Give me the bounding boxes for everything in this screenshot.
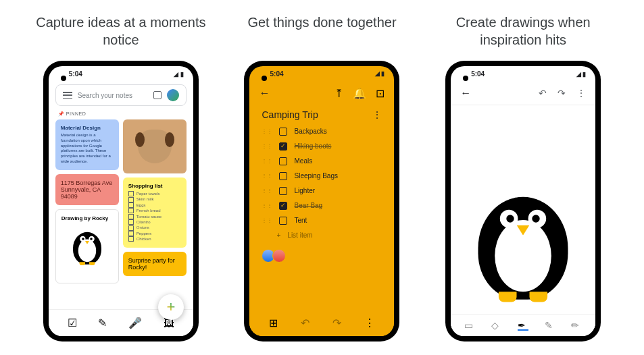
checkbox[interactable] xyxy=(279,217,287,225)
note-title[interactable]: Camping Trip xyxy=(262,109,318,120)
checkbox[interactable] xyxy=(279,128,287,136)
checkbox-icon[interactable]: ☑ xyxy=(68,317,77,329)
highlighter-tool[interactable]: ✏ xyxy=(571,320,582,331)
phone-mockup-3: 5:04 ◢ ▮ ← ↶ ↷ ⋮ ▭ xyxy=(445,61,601,342)
checklist-item[interactable]: ⋮⋮Lighter xyxy=(259,184,385,198)
status-bar: 5:04 ◢ ▮ xyxy=(49,66,193,82)
feature-column-1: Capture ideas at a moments notice 5:04 ◢… xyxy=(26,13,216,342)
checklist-item-label: Backpacks xyxy=(294,128,326,135)
status-icons: ◢ ▮ xyxy=(576,71,587,78)
shopping-item[interactable]: Paper towels xyxy=(128,191,181,196)
drag-handle-icon[interactable]: ⋮⋮ xyxy=(262,158,272,164)
note-image-dog[interactable] xyxy=(123,119,187,173)
select-tool[interactable]: ▭ xyxy=(464,320,475,331)
status-bar: 5:04 ◢ ▮ xyxy=(249,66,394,82)
drag-handle-icon[interactable]: ⋮⋮ xyxy=(262,128,272,134)
view-toggle-icon[interactable] xyxy=(153,91,162,99)
shopping-item[interactable]: French bread xyxy=(128,208,181,213)
note-drawing[interactable]: Drawing by Rocky xyxy=(55,209,119,283)
status-time: 5:04 xyxy=(471,70,485,78)
marker-tool[interactable]: ✎ xyxy=(545,320,555,331)
checkbox[interactable] xyxy=(279,202,287,210)
drag-handle-icon[interactable]: ⋮⋮ xyxy=(262,217,272,223)
shopping-item[interactable]: Eggs xyxy=(128,202,181,208)
penguin-drawing xyxy=(478,187,568,302)
headline-1: Capture ideas at a moments notice xyxy=(26,13,216,49)
search-bar[interactable]: Search your notes xyxy=(55,84,187,106)
status-bar: 5:04 ◢ ▮ xyxy=(451,66,595,82)
more-icon[interactable]: ⋮ xyxy=(576,88,586,99)
note-address[interactable]: 1175 Borregas Ave Sunnyvale, CA 94089 xyxy=(55,174,119,205)
reminder-icon[interactable]: 🔔 xyxy=(353,87,366,100)
dog-image xyxy=(138,130,172,163)
checklist-item-label: Hiking boots xyxy=(294,142,331,150)
pin-icon[interactable]: ⤒ xyxy=(335,87,343,100)
redo-icon[interactable]: ↷ xyxy=(332,317,341,329)
checkbox[interactable] xyxy=(279,142,287,151)
shopping-item[interactable]: Tomato sauce xyxy=(128,214,181,219)
drag-handle-icon[interactable]: ⋮⋮ xyxy=(262,173,272,179)
checklist-item-label: Tent xyxy=(294,217,307,224)
phone-mockup-2: 5:04 ◢ ▮ ← ⤒ 🔔 ⊡ Camping Trip ⋮ ⋮⋮Backpa… xyxy=(244,61,399,342)
pen-tool[interactable]: ✒ xyxy=(518,320,528,331)
collaborators[interactable] xyxy=(249,242,394,269)
more-icon[interactable]: ⋮ xyxy=(372,109,382,120)
note-shopping-list[interactable]: Shopping list Paper towelsSkim milkEggsF… xyxy=(123,178,187,248)
search-input[interactable]: Search your notes xyxy=(78,92,148,99)
checklist-item[interactable]: ⋮⋮Hiking boots xyxy=(259,139,385,154)
drawing-toolbar: ▭ ◇ ✒ ✎ ✏ xyxy=(451,314,595,336)
checklist-item[interactable]: ⋮⋮Bear Bag xyxy=(259,198,385,213)
checkbox[interactable] xyxy=(279,172,287,180)
add-list-item[interactable]: +List item xyxy=(249,228,394,242)
menu-icon[interactable] xyxy=(63,92,72,99)
shopping-item[interactable]: Chicken xyxy=(128,236,181,242)
checklist-item-label: Bear Bag xyxy=(294,202,322,209)
checklist: ⋮⋮Backpacks⋮⋮Hiking boots⋮⋮Meals⋮⋮Sleepi… xyxy=(249,124,394,228)
checkbox[interactable] xyxy=(279,187,287,195)
note-title-row: Camping Trip ⋮ xyxy=(249,105,394,124)
plus-icon: + xyxy=(166,298,175,316)
brush-icon[interactable]: ✎ xyxy=(98,317,107,329)
account-avatar[interactable] xyxy=(167,89,179,101)
checklist-item[interactable]: ⋮⋮Tent xyxy=(259,213,385,228)
feature-column-2: Get things done together 5:04 ◢ ▮ ← ⤒ 🔔 … xyxy=(227,13,416,342)
checklist-item-label: Lighter xyxy=(294,187,315,194)
back-button[interactable]: ← xyxy=(460,87,471,99)
checkbox[interactable] xyxy=(279,157,287,165)
new-note-fab[interactable]: + xyxy=(158,294,184,320)
status-time: 5:04 xyxy=(270,70,283,78)
note-surprise-party[interactable]: Surprise party for Rocky! xyxy=(123,252,187,276)
headline-2: Get things done together xyxy=(247,13,396,49)
status-icons: ◢ ▮ xyxy=(375,70,385,77)
checklist-item-label: Sleeping Bags xyxy=(294,172,338,180)
checklist-item[interactable]: ⋮⋮Backpacks xyxy=(259,124,385,139)
mic-icon[interactable]: 🎤 xyxy=(128,317,142,329)
shopping-item[interactable]: Onions xyxy=(128,225,181,230)
drag-handle-icon[interactable]: ⋮⋮ xyxy=(262,143,272,149)
drag-handle-icon[interactable]: ⋮⋮ xyxy=(262,202,272,209)
redo-icon[interactable]: ↷ xyxy=(558,88,566,99)
note-material-design[interactable]: Material Design Material design is a fou… xyxy=(55,119,119,170)
drawing-topbar: ← ↶ ↷ ⋮ xyxy=(451,82,595,105)
drawing-canvas[interactable] xyxy=(451,105,595,336)
add-box-icon[interactable]: ⊞ xyxy=(269,317,278,329)
eraser-tool[interactable]: ◇ xyxy=(491,320,502,331)
checklist-item-label: Meals xyxy=(294,157,312,165)
notes-grid: Material Design Material design is a fou… xyxy=(49,119,193,283)
pinned-label: 📌 PINNED xyxy=(49,109,193,119)
archive-icon[interactable]: ⊡ xyxy=(376,87,385,100)
back-button[interactable]: ← xyxy=(259,87,270,99)
status-icons: ◢ ▮ xyxy=(174,71,184,78)
more-icon[interactable]: ⋮ xyxy=(364,317,375,329)
checklist-item[interactable]: ⋮⋮Sleeping Bags xyxy=(259,169,385,184)
shopping-item[interactable]: Skim milk xyxy=(128,196,181,202)
camera-hole xyxy=(61,76,66,81)
undo-icon[interactable]: ↶ xyxy=(539,88,547,99)
status-time: 5:04 xyxy=(69,70,82,78)
checklist-item[interactable]: ⋮⋮Meals xyxy=(259,154,385,169)
drag-handle-icon[interactable]: ⋮⋮ xyxy=(262,188,272,194)
collaborator-avatar[interactable] xyxy=(272,249,286,263)
undo-icon[interactable]: ↶ xyxy=(301,317,309,329)
shopping-item[interactable]: Peppers xyxy=(128,231,181,236)
shopping-item[interactable]: Cilantro xyxy=(128,219,181,225)
